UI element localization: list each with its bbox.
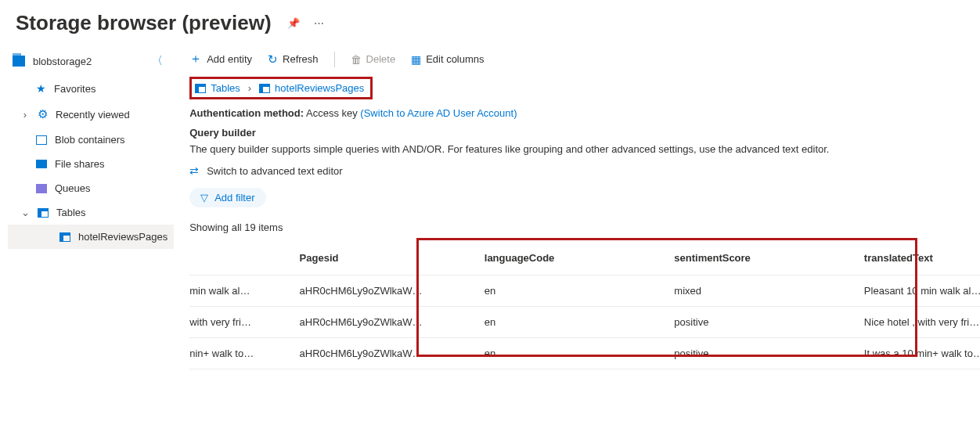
toolbar-label: Refresh	[283, 53, 319, 65]
query-builder-desc: The query builder supports simple querie…	[180, 143, 980, 164]
breadcrumb-tables[interactable]: Tables	[195, 82, 240, 94]
sidebar-item-table-child[interactable]: hotelReviewsPages	[8, 225, 174, 249]
toolbar-label: Delete	[366, 53, 396, 65]
toolbar-label: Add entity	[207, 53, 252, 65]
sidebar-item-label: Tables	[56, 207, 86, 218]
switch-editor-label: Switch to advanced text editor	[207, 165, 342, 177]
auth-switch-link[interactable]: (Switch to Azure AD User Account)	[360, 107, 517, 119]
blob-container-icon	[36, 135, 47, 145]
star-icon: ★	[36, 82, 46, 95]
table-icon	[259, 84, 270, 93]
sidebar-item-label: Blob containers	[55, 134, 125, 146]
table-cell: Nice hotel , with very fri…	[864, 307, 980, 338]
sidebar-item-label: Queues	[55, 182, 91, 194]
toolbar-label: Edit columns	[426, 53, 484, 65]
auth-method-line: Authentication method: Access key (Switc…	[180, 107, 980, 127]
sidebar-item-label: Favorites	[54, 83, 95, 95]
page-title: Storage browser (preview)	[16, 11, 272, 35]
columns-icon: ▦	[411, 53, 421, 66]
column-header[interactable]: languageCode	[485, 241, 675, 276]
collapse-sidebar-icon[interactable]: 〈	[147, 52, 168, 70]
plus-icon: ＋	[189, 51, 202, 67]
toolbar: ＋ Add entity ↻ Refresh 🗑 Delete ▦ Edit c…	[180, 48, 980, 77]
sidebar-item-label: File shares	[55, 158, 105, 170]
column-header[interactable]: translatedText	[864, 241, 980, 276]
column-header[interactable]: Pagesid	[300, 241, 485, 276]
queue-icon	[36, 184, 47, 193]
chevron-right-icon: ›	[20, 109, 30, 121]
table-cell: en	[485, 276, 675, 307]
table-row[interactable]: nin+ walk to…aHR0cHM6Ly9oZWlkaW…enpositi…	[189, 338, 980, 369]
table-cell: en	[485, 338, 675, 369]
table-cell: nin+ walk to…	[189, 338, 299, 369]
table-cell: aHR0cHM6Ly9oZWlkaW…	[300, 338, 485, 369]
sidebar-item-fileshares[interactable]: File shares	[8, 152, 174, 176]
sidebar-item-queues[interactable]: Queues	[8, 176, 174, 200]
auth-method-label: Authentication method:	[189, 107, 304, 119]
table-cell: It was a 10 min+ walk to…	[864, 338, 980, 369]
add-filter-label: Add filter	[214, 192, 254, 203]
table-icon	[59, 232, 70, 242]
table-row[interactable]: min walk al…aHR0cHM6Ly9oZWlkaW…enmixedPl…	[189, 276, 980, 307]
sidebar-item-label: hotelReviewsPages	[78, 231, 168, 243]
sidebar: blobstorage2 〈 ★ Favorites › ⚙ Recently …	[0, 41, 174, 369]
table-cell: positive	[674, 307, 864, 338]
switch-editor-button[interactable]: ⇄ Switch to advanced text editor	[180, 164, 980, 188]
table-cell: with very fri…	[189, 307, 299, 338]
sidebar-item-favorites[interactable]: ★ Favorites	[8, 76, 174, 101]
table-cell: mixed	[674, 276, 864, 307]
table-cell: en	[485, 307, 675, 338]
breadcrumb-label: Tables	[211, 82, 240, 94]
breadcrumb: Tables › hotelReviewsPages	[195, 82, 364, 94]
column-header[interactable]: sentimentScore	[674, 241, 864, 276]
sidebar-item-recent[interactable]: › ⚙ Recently viewed	[8, 101, 174, 128]
breadcrumb-current[interactable]: hotelReviewsPages	[259, 82, 364, 94]
table-icon	[195, 84, 206, 93]
table-cell: aHR0cHM6Ly9oZWlkaW…	[300, 307, 485, 338]
table-icon	[38, 208, 49, 218]
sidebar-item-tables[interactable]: ⌄ Tables	[8, 200, 174, 225]
table-cell: aHR0cHM6Ly9oZWlkaW…	[300, 276, 485, 307]
refresh-button[interactable]: ↻ Refresh	[268, 52, 319, 67]
delete-button: 🗑 Delete	[351, 53, 396, 66]
pin-icon[interactable]: 📌	[287, 17, 300, 29]
edit-columns-button[interactable]: ▦ Edit columns	[411, 53, 484, 66]
auth-method-value: Access key	[306, 107, 358, 119]
refresh-icon: ↻	[268, 52, 278, 67]
filter-icon: ▽	[200, 192, 208, 203]
table-cell: min walk al…	[189, 276, 299, 307]
more-icon[interactable]: ⋯	[314, 17, 324, 29]
sidebar-item-blob[interactable]: Blob containers	[8, 128, 174, 152]
table-cell: positive	[674, 338, 864, 369]
fileshare-icon	[36, 160, 47, 168]
table-cell: Pleasant 10 min walk al…	[864, 276, 980, 307]
query-builder-title: Query builder	[180, 127, 980, 143]
column-header[interactable]	[189, 241, 299, 276]
chevron-down-icon: ⌄	[20, 207, 30, 218]
chevron-right-icon: ›	[248, 82, 251, 94]
results-table: Pagesid languageCode sentimentScore tran…	[189, 241, 980, 369]
swap-icon: ⇄	[189, 164, 199, 177]
trash-icon: 🗑	[351, 53, 362, 66]
storage-account-name[interactable]: blobstorage2	[33, 56, 92, 67]
add-filter-button[interactable]: ▽ Add filter	[189, 188, 265, 207]
table-row[interactable]: with very fri…aHR0cHM6Ly9oZWlkaW…enposit…	[189, 307, 980, 338]
breadcrumb-label: hotelReviewsPages	[275, 82, 364, 94]
storage-account-icon	[13, 56, 25, 67]
toolbar-separator	[334, 52, 335, 67]
gear-icon: ⚙	[38, 107, 48, 121]
add-entity-button[interactable]: ＋ Add entity	[189, 51, 252, 67]
sidebar-item-label: Recently viewed	[56, 109, 130, 121]
results-count: Showing all 19 items	[180, 222, 980, 241]
